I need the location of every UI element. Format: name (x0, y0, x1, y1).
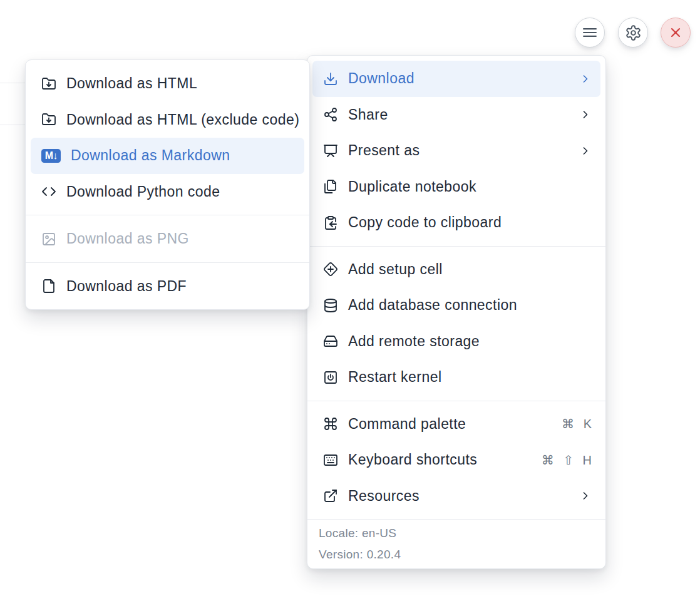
image-icon (41, 232, 56, 247)
menu-item-label: Restart kernel (348, 369, 592, 386)
background-cell-border-bottom (0, 125, 25, 125)
menu-item-download[interactable]: Download (312, 61, 600, 97)
background-cell-border-top (0, 83, 25, 83)
hard-drive-icon (323, 334, 338, 349)
power-icon (323, 370, 338, 385)
menu-item-add-database-connection[interactable]: Add database connection (312, 287, 600, 324)
menu-item-copy-code[interactable]: Copy code to clipboard (312, 205, 600, 241)
database-icon (323, 298, 338, 313)
menu-group-notebook: Download Share Present as Duplicate note… (307, 56, 605, 246)
chevron-right-icon (579, 108, 592, 121)
notebook-menu-button[interactable] (575, 18, 605, 48)
external-link-icon (323, 488, 338, 503)
markdown-download-icon: M↓ (41, 149, 61, 163)
clipboard-copy-icon (323, 215, 338, 230)
menu-footer: Locale: en-US Version: 0.20.4 (307, 519, 605, 568)
submenu-group-png: Download as PNG (26, 215, 309, 262)
menu-item-label: Duplicate notebook (348, 178, 592, 195)
duplicate-icon (323, 179, 338, 194)
keyboard-shortcut: ⌘ K (562, 416, 592, 431)
close-app-button[interactable] (661, 18, 691, 48)
menu-item-label: Share (348, 106, 569, 123)
locale-text: Locale: en-US (319, 523, 594, 544)
menu-item-label: Add setup cell (348, 261, 592, 278)
menu-item-share[interactable]: Share (312, 97, 600, 133)
menu-item-duplicate-notebook[interactable]: Duplicate notebook (312, 169, 600, 205)
chevron-right-icon (579, 490, 592, 502)
menu-item-keyboard-shortcuts[interactable]: Keyboard shortcuts ⌘ ⇧ H (312, 442, 600, 478)
menu-item-label: Download (348, 70, 569, 87)
settings-button[interactable] (618, 18, 648, 48)
submenu-group-pdf: Download as PDF (26, 263, 309, 310)
menu-item-label: Download as Markdown (71, 147, 296, 164)
menu-item-label: Download Python code (66, 183, 296, 200)
menu-item-label: Download as HTML (66, 75, 296, 92)
command-icon (323, 416, 338, 431)
menu-item-label: Resources (348, 488, 569, 505)
menu-item-download-markdown[interactable]: M↓ Download as Markdown (31, 138, 304, 174)
presentation-icon (323, 143, 338, 158)
folder-down-icon (41, 76, 56, 91)
chevron-right-icon (579, 145, 592, 157)
menu-item-label: Command palette (348, 416, 552, 433)
submenu-group-formats: Download as HTML Download as HTML (exclu… (26, 60, 309, 215)
diamond-plus-icon (323, 262, 338, 277)
keyboard-icon (323, 453, 338, 468)
folder-down-icon (41, 112, 56, 127)
hamburger-menu-icon (581, 24, 599, 41)
close-icon (668, 25, 683, 40)
download-submenu: Download as HTML Download as HTML (exclu… (25, 59, 310, 310)
share-icon (323, 107, 338, 122)
menu-item-download-png[interactable]: Download as PNG (31, 221, 304, 257)
menu-item-add-setup-cell[interactable]: Add setup cell (312, 252, 600, 288)
menu-item-add-remote-storage[interactable]: Add remote storage (312, 324, 600, 360)
chevron-right-icon (579, 73, 592, 85)
file-icon (41, 279, 56, 294)
menu-item-download-pdf[interactable]: Download as PDF (31, 269, 304, 305)
keyboard-shortcut: ⌘ ⇧ H (542, 453, 592, 468)
menu-item-download-html[interactable]: Download as HTML (31, 66, 304, 102)
menu-item-command-palette[interactable]: Command palette ⌘ K (312, 406, 600, 443)
menu-item-restart-kernel[interactable]: Restart kernel (312, 359, 600, 396)
gear-icon (625, 24, 642, 41)
menu-item-download-html-exclude-code[interactable]: Download as HTML (exclude code) (31, 102, 304, 138)
version-text: Version: 0.20.4 (319, 544, 594, 565)
menu-item-label: Keyboard shortcuts (348, 451, 532, 468)
menu-item-label: Download as PNG (66, 230, 296, 247)
menu-item-label: Add remote storage (348, 333, 592, 350)
menu-item-label: Add database connection (348, 297, 592, 314)
menu-item-resources[interactable]: Resources (312, 478, 600, 515)
menu-item-label: Copy code to clipboard (348, 214, 592, 231)
menu-item-label: Download as HTML (exclude code) (66, 111, 299, 128)
menu-item-label: Download as PDF (66, 278, 296, 295)
notebook-actions-menu: Download Share Present as Duplicate note… (307, 55, 606, 569)
menu-group-help: Command palette ⌘ K Keyboard shortcuts ⌘… (307, 401, 605, 520)
menu-item-download-python[interactable]: Download Python code (31, 174, 304, 210)
menu-item-present-as[interactable]: Present as (312, 133, 600, 169)
menu-item-label: Present as (348, 142, 569, 159)
download-icon (323, 71, 338, 86)
menu-group-cells: Add setup cell Add database connection A… (307, 247, 605, 401)
code-icon (41, 184, 56, 199)
